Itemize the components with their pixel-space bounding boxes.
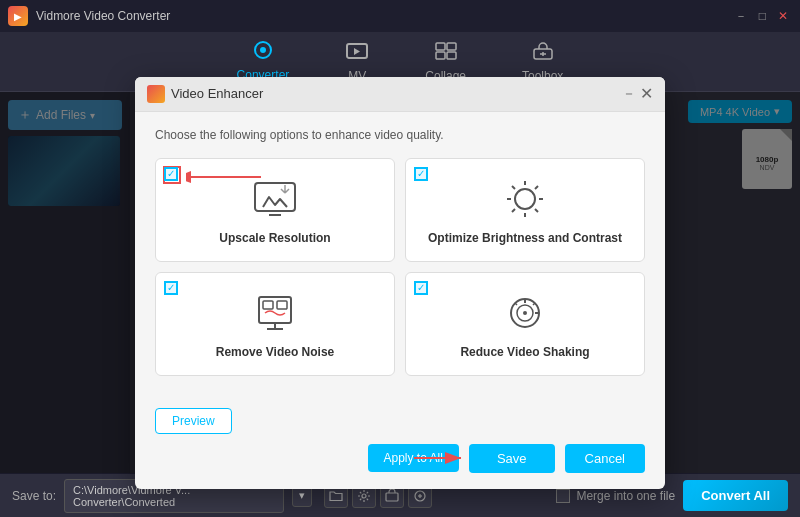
modal-description: Choose the following options to enhance … [155, 128, 645, 142]
modal-title: Video Enhancer [171, 86, 263, 101]
gear-icon [385, 489, 399, 503]
shaking-label: Reduce Video Shaking [460, 345, 589, 359]
merge-checkbox[interactable] [556, 489, 570, 503]
modal-footer: Preview Apply to All [135, 408, 665, 489]
svg-point-1 [260, 47, 266, 53]
noise-icon [251, 289, 299, 337]
brightness-label: Optimize Brightness and Contrast [428, 231, 622, 245]
mv-icon [345, 41, 369, 66]
svg-point-35 [362, 494, 366, 498]
svg-point-30 [523, 311, 527, 315]
svg-line-19 [512, 186, 515, 189]
option-brightness-card[interactable]: Optimize Brightness and Contrast [405, 158, 645, 262]
converter-icon [251, 40, 275, 65]
svg-line-20 [535, 209, 538, 212]
svg-rect-3 [436, 43, 445, 50]
save-to-label: Save to: [12, 489, 56, 503]
modal-minimize-button[interactable]: － [622, 85, 636, 103]
option-shaking-card[interactable]: Reduce Video Shaking [405, 272, 645, 376]
footer-buttons: Apply to All Save C [155, 444, 645, 473]
preview-button[interactable]: Preview [155, 408, 232, 434]
modal-overlay: Video Enhancer － ✕ Choose the following … [0, 92, 800, 473]
modal-title-icon [147, 85, 165, 103]
title-bar: ▶ Vidmore Video Converter － □ ✕ [0, 0, 800, 32]
window-close-button[interactable]: ✕ [774, 10, 792, 22]
title-bar-controls: － □ ✕ [731, 10, 792, 22]
shaking-icon [501, 289, 549, 337]
modal-close-button[interactable]: ✕ [640, 86, 653, 102]
save-arrow-svg [409, 443, 469, 473]
arrow-indicator [186, 169, 266, 185]
brightness-checkbox[interactable] [414, 167, 428, 181]
app-icon: ▶ [8, 6, 28, 26]
svg-rect-25 [277, 301, 287, 309]
upscale-checkbox[interactable] [164, 167, 178, 181]
merge-area: Merge into one file [556, 489, 675, 503]
svg-rect-36 [386, 493, 398, 501]
title-bar-left: ▶ Vidmore Video Converter [8, 6, 170, 26]
modal-body: Choose the following options to enhance … [135, 112, 665, 408]
brightness-icon [501, 175, 549, 223]
svg-rect-4 [447, 43, 456, 50]
options-grid: Upscale Resolution [155, 158, 645, 376]
red-arrow-svg [186, 169, 266, 185]
upscale-label: Upscale Resolution [219, 231, 330, 245]
modal-header-left: Video Enhancer [147, 85, 263, 103]
video-enhancer-modal: Video Enhancer － ✕ Choose the following … [135, 77, 665, 489]
merge-label: Merge into one file [576, 489, 675, 503]
minimize-button[interactable]: － [731, 10, 751, 22]
app-title: Vidmore Video Converter [36, 9, 170, 23]
shaking-checkbox[interactable] [414, 281, 428, 295]
option-noise-card[interactable]: Remove Video Noise [155, 272, 395, 376]
extra-icon [413, 489, 427, 503]
svg-point-14 [515, 189, 535, 209]
svg-line-22 [512, 209, 515, 212]
modal-header: Video Enhancer － ✕ [135, 77, 665, 112]
svg-line-21 [535, 186, 538, 189]
collage-icon [434, 41, 458, 66]
noise-label: Remove Video Noise [216, 345, 335, 359]
noise-checkbox[interactable] [164, 281, 178, 295]
main-area: ＋ Add Files ▾ HONG KONG MP4 4K Video ▾ 1… [0, 92, 800, 473]
cancel-button[interactable]: Cancel [565, 444, 645, 473]
save-button[interactable]: Save [469, 444, 555, 473]
maximize-button[interactable]: □ [755, 10, 770, 22]
toolbox-icon [531, 41, 555, 66]
svg-rect-12 [255, 183, 295, 211]
option-upscale-card[interactable]: Upscale Resolution [155, 158, 395, 262]
convert-all-button[interactable]: Convert All [683, 480, 788, 511]
svg-rect-6 [447, 52, 456, 59]
svg-rect-24 [263, 301, 273, 309]
svg-rect-5 [436, 52, 445, 59]
folder-icon [329, 490, 343, 502]
settings-icon [357, 489, 371, 503]
